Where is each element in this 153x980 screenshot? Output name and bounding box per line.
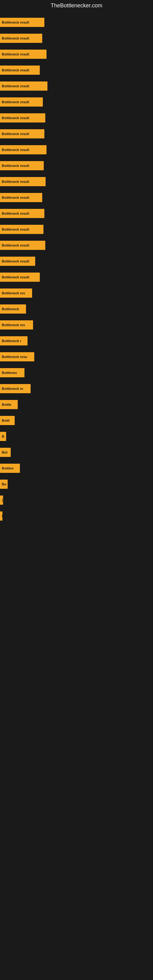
- bottleneck-bar: B: [0, 432, 6, 441]
- bar-row: Bottleneck result: [0, 94, 153, 110]
- bottleneck-bar: Bottleneck result: [0, 113, 45, 123]
- bottleneck-bar: Bottleneck result: [0, 272, 40, 282]
- bar-label: Bo: [2, 482, 6, 486]
- bar-label: Bottleneck res: [2, 323, 25, 327]
- bar-row: I: [0, 508, 153, 524]
- bar-label: Bot: [2, 450, 7, 454]
- bar-label: Bottleneck result: [2, 68, 29, 72]
- bar-row: Bottleneck r: [0, 333, 153, 349]
- bar-row: Bottleneck result: [0, 30, 153, 46]
- bar-label: Bottleneck result: [2, 259, 29, 263]
- bar-row: Bottleneck result: [0, 142, 153, 158]
- bars-container: Bottleneck resultBottleneck resultBottle…: [0, 11, 153, 527]
- bar-label: Bottleneck r: [2, 339, 21, 343]
- bar-label: Bottleneck result: [2, 100, 29, 104]
- bar-label: Bottleneck result: [2, 228, 29, 231]
- bar-label: Bottleneck res: [2, 291, 25, 295]
- bar-row: Bottleneck res: [0, 317, 153, 333]
- bar-label: Bottlenec: [2, 371, 17, 375]
- bar-row: Bottleneck result: [0, 126, 153, 142]
- bar-label: B: [2, 434, 4, 438]
- bar-row: Bottleneck result: [0, 269, 153, 285]
- bottleneck-bar: Bottleneck result: [0, 209, 45, 218]
- bottleneck-bar: Bottleneck result: [0, 65, 40, 75]
- bottleneck-bar: I: [0, 511, 2, 520]
- bar-label: Bottleneck: [2, 307, 19, 311]
- bar-row: Bottleneck result: [0, 78, 153, 94]
- bar-label: Bottleneck result: [2, 37, 29, 40]
- bar-row: Bottleneck result: [0, 253, 153, 269]
- bar-row: Bottleneck result: [0, 46, 153, 62]
- bar-row: Bottle: [0, 396, 153, 412]
- bar-row: Bottleneck result: [0, 221, 153, 237]
- bottleneck-bar: Bottleneck: [0, 304, 26, 313]
- bottleneck-bar: Bottleneck result: [0, 18, 45, 27]
- bar-row: Bottleneck result: [0, 62, 153, 78]
- bar-row: Bottleneck re: [0, 381, 153, 396]
- bar-label: Bottleneck result: [2, 243, 29, 247]
- bottleneck-bar: Bottleneck result: [0, 49, 46, 59]
- bottleneck-bar: Bottleneck re: [0, 384, 30, 393]
- bar-label: Bottleneck result: [2, 52, 29, 56]
- bar-label: Bottleneck result: [2, 148, 29, 151]
- bar-label: |: [2, 498, 3, 502]
- bar-label: I: [2, 514, 2, 518]
- bar-label: Bottleneck resu: [2, 355, 27, 359]
- bottleneck-bar: Bottleneck res: [0, 320, 33, 329]
- bar-label: Bottleneck result: [2, 212, 29, 215]
- bottleneck-bar: Bottleneck result: [0, 129, 45, 138]
- bottleneck-bar: Bot: [0, 448, 11, 457]
- bar-row: Bottleneck result: [0, 237, 153, 253]
- bar-row: Bottleneck resu: [0, 349, 153, 365]
- bottleneck-bar: Bottle: [0, 400, 18, 409]
- bar-row: Bottleneck result: [0, 173, 153, 189]
- bottleneck-bar: Bottleneck result: [0, 193, 42, 202]
- bottleneck-bar: Bottlenec: [0, 368, 24, 377]
- bar-row: Bottleneck result: [0, 189, 153, 205]
- bar-row: Bottleneck: [0, 301, 153, 317]
- bottleneck-bar: Bottleneck result: [0, 225, 43, 234]
- bar-label: Bottleneck result: [2, 164, 29, 167]
- bar-label: Bottleneck result: [2, 196, 29, 199]
- bar-label: Bottleneck result: [2, 84, 29, 88]
- bar-label: Bottleneck result: [2, 116, 29, 120]
- bar-label: Bottleneck result: [2, 21, 29, 24]
- bar-row: Bottleneck result: [0, 205, 153, 221]
- bottleneck-bar: |: [0, 495, 3, 505]
- bottleneck-bar: Bottleneck r: [0, 336, 27, 345]
- bottleneck-bar: Bottleneck result: [0, 145, 46, 154]
- bar-label: Bottl: [2, 418, 10, 422]
- bottleneck-bar: Bottleneck res: [0, 288, 32, 298]
- bottleneck-bar: Bottleneck result: [0, 177, 46, 186]
- bar-row: Bottleneck result: [0, 14, 153, 30]
- bar-label: Bottlen: [2, 466, 13, 470]
- bottleneck-bar: Bottleneck result: [0, 161, 44, 170]
- site-title: TheBottlenecker.com: [0, 0, 153, 11]
- bottleneck-bar: Bottleneck resu: [0, 352, 34, 361]
- bottleneck-bar: Bottl: [0, 416, 15, 425]
- bar-label: Bottleneck result: [2, 132, 29, 136]
- bar-row: Bottleneck res: [0, 285, 153, 301]
- bar-row: Bottl: [0, 412, 153, 428]
- bar-row: Bot: [0, 444, 153, 460]
- bottleneck-bar: Bottleneck result: [0, 241, 45, 250]
- bottleneck-bar: Bottlen: [0, 464, 20, 473]
- bottleneck-bar: Bottleneck result: [0, 257, 35, 266]
- bottleneck-bar: Bo: [0, 480, 8, 489]
- bar-row: Bottleneck result: [0, 110, 153, 126]
- bottleneck-bar: Bottleneck result: [0, 34, 42, 43]
- bar-label: Bottleneck result: [2, 275, 29, 279]
- bar-row: Bottlenec: [0, 365, 153, 381]
- bar-label: Bottle: [2, 403, 11, 406]
- bar-row: B: [0, 428, 153, 444]
- bar-row: Bottleneck result: [0, 158, 153, 173]
- bar-row: Bo: [0, 476, 153, 492]
- bar-label: Bottleneck result: [2, 180, 29, 183]
- bottleneck-bar: Bottleneck result: [0, 97, 43, 107]
- bar-row: Bottlen: [0, 460, 153, 476]
- bar-label: Bottleneck re: [2, 387, 23, 390]
- bottleneck-bar: Bottleneck result: [0, 81, 48, 91]
- bar-row: |: [0, 492, 153, 508]
